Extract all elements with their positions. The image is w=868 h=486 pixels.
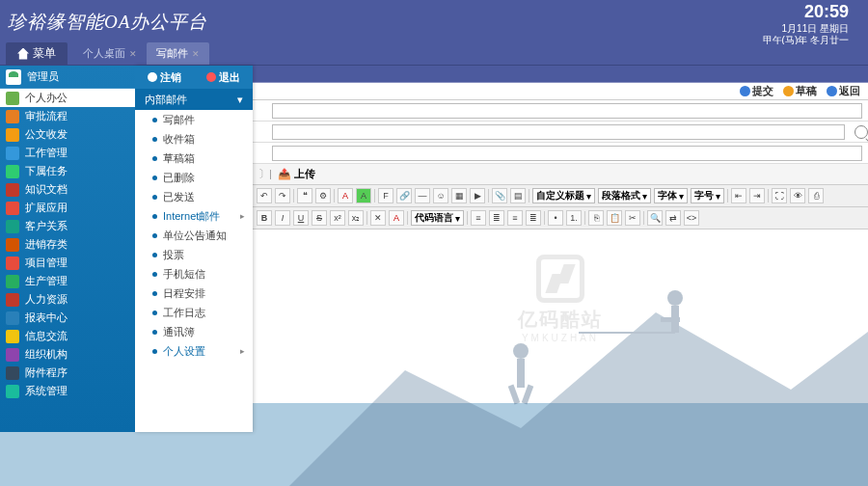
to-input[interactable] bbox=[272, 103, 862, 119]
upload-row: 〕| 📤 上传 bbox=[253, 164, 868, 185]
print-button[interactable]: ⎙ bbox=[808, 188, 824, 203]
bold-button[interactable]: B bbox=[257, 210, 272, 226]
subject-input[interactable] bbox=[272, 146, 862, 161]
back-button[interactable]: 返回 bbox=[827, 84, 860, 98]
logout-button[interactable]: 注销 bbox=[148, 70, 181, 85]
submenu-item-2[interactable]: 草稿箱 bbox=[135, 148, 253, 168]
sup-button[interactable]: x² bbox=[330, 210, 345, 226]
link-button[interactable]: 🔗 bbox=[396, 188, 412, 203]
sidebar-item-7[interactable]: 客户关系 bbox=[0, 217, 135, 235]
indent-button[interactable]: ⇤ bbox=[731, 188, 746, 203]
sidebar-item-16[interactable]: 系统管理 bbox=[0, 382, 135, 400]
replace-button[interactable]: ⇄ bbox=[665, 210, 681, 226]
highlight-button[interactable]: A bbox=[389, 210, 404, 226]
size-select[interactable]: 字号 ▾ bbox=[691, 188, 724, 203]
sidebar-item-14[interactable]: 组织机构 bbox=[0, 345, 135, 364]
submenu-header[interactable]: 内部邮件 ▾ bbox=[135, 89, 253, 110]
ul-button[interactable]: • bbox=[548, 210, 563, 226]
avatar-icon bbox=[6, 69, 21, 85]
close-icon[interactable]: ✕ bbox=[129, 49, 137, 59]
sidebar-item-4[interactable]: 下属任务 bbox=[0, 162, 135, 180]
cut-button[interactable]: ✂ bbox=[625, 210, 640, 226]
submenu-item-1[interactable]: 收件箱 bbox=[135, 129, 253, 148]
color-b-button[interactable]: A bbox=[356, 188, 371, 203]
cc-input[interactable] bbox=[272, 124, 845, 140]
attach-button[interactable]: 📎 bbox=[492, 188, 507, 203]
user-name: 管理员 bbox=[27, 69, 59, 84]
ol-button[interactable]: 1. bbox=[566, 210, 582, 226]
sub-button[interactable]: x₂ bbox=[348, 210, 364, 226]
align-left-button[interactable]: ≡ bbox=[471, 210, 486, 226]
sidebar-item-0[interactable]: 个人办公 bbox=[0, 89, 135, 107]
sidebar-item-1[interactable]: 审批流程 bbox=[0, 107, 135, 125]
submenu-item-0[interactable]: 写邮件 bbox=[135, 110, 253, 129]
paste-button[interactable]: 📋 bbox=[607, 210, 622, 226]
tab-个人桌面[interactable]: 个人桌面✕ bbox=[73, 42, 147, 65]
lang-select[interactable]: 代码语言 ▾ bbox=[411, 210, 464, 226]
sidebar-item-13[interactable]: 信息交流 bbox=[0, 327, 135, 345]
editor-body[interactable]: 亿码酷站 YMKUZHAN bbox=[253, 230, 868, 403]
source-button[interactable]: <> bbox=[684, 210, 699, 226]
hr-button[interactable]: — bbox=[415, 188, 430, 203]
color-a-button[interactable]: A bbox=[338, 188, 353, 203]
strike-button[interactable]: S bbox=[312, 210, 327, 226]
quote-button[interactable]: ❝ bbox=[297, 188, 312, 203]
align-center-button[interactable]: ≣ bbox=[489, 210, 504, 226]
align-right-button[interactable]: ≡ bbox=[507, 210, 523, 226]
close-icon[interactable]: ✕ bbox=[192, 49, 200, 59]
tab-写邮件[interactable]: 写邮件✕ bbox=[147, 42, 209, 65]
cc-row bbox=[253, 122, 868, 143]
font-button[interactable]: F bbox=[378, 188, 393, 203]
sidebar-item-6[interactable]: 扩展应用 bbox=[0, 199, 135, 217]
emoji-button[interactable]: ☺ bbox=[433, 188, 448, 203]
table-button[interactable]: ▤ bbox=[510, 188, 526, 203]
submenu-item-8[interactable]: 手机短信 bbox=[135, 264, 253, 284]
draft-button[interactable]: 草稿 bbox=[783, 84, 817, 98]
submenu-item-6[interactable]: 单位公告通知 bbox=[135, 226, 253, 245]
submenu-item-10[interactable]: 工作日志 bbox=[135, 303, 253, 322]
submenu-item-4[interactable]: 已发送 bbox=[135, 187, 253, 206]
video-button[interactable]: ▶ bbox=[470, 188, 485, 203]
font-select[interactable]: 字体 ▾ bbox=[654, 188, 688, 203]
upload-button[interactable]: 📤 上传 bbox=[278, 167, 315, 181]
bullet-icon bbox=[152, 291, 157, 296]
preview-button[interactable]: 👁 bbox=[790, 188, 805, 203]
redo-button[interactable]: ↷ bbox=[275, 188, 290, 203]
submenu-item-11[interactable]: 通讯簿 bbox=[135, 322, 253, 341]
sidebar-item-3[interactable]: 工作管理 bbox=[0, 144, 135, 162]
user-row[interactable]: 管理员 bbox=[0, 66, 135, 89]
main-menu-button[interactable]: 菜单 bbox=[6, 42, 68, 65]
submenu-item-3[interactable]: 已删除 bbox=[135, 168, 253, 187]
sidebar-item-12[interactable]: 报表中心 bbox=[0, 309, 135, 327]
custom-title-select[interactable]: 自定义标题 ▾ bbox=[532, 188, 595, 203]
para-format-select[interactable]: 段落格式 ▾ bbox=[598, 188, 651, 203]
fullscreen-button[interactable]: ⛶ bbox=[772, 188, 787, 203]
sidebar-item-10[interactable]: 生产管理 bbox=[0, 272, 135, 290]
nav-label: 客户关系 bbox=[25, 219, 68, 233]
submenu-item-5[interactable]: Internet邮件▸ bbox=[135, 206, 253, 226]
submenu-item-9[interactable]: 日程安排 bbox=[135, 284, 253, 303]
italic-button[interactable]: I bbox=[275, 210, 290, 226]
code-button[interactable]: ⚙ bbox=[315, 188, 331, 203]
justify-button[interactable]: ≣ bbox=[526, 210, 541, 226]
sidebar-item-2[interactable]: 公文收发 bbox=[0, 125, 135, 144]
image-button[interactable]: ▦ bbox=[451, 188, 467, 203]
clear-button[interactable]: ✕ bbox=[370, 210, 386, 226]
sidebar-item-9[interactable]: 项目管理 bbox=[0, 254, 135, 272]
search-icon[interactable] bbox=[854, 125, 868, 139]
sidebar-item-8[interactable]: 进销存类 bbox=[0, 235, 135, 254]
nav-label: 项目管理 bbox=[25, 256, 68, 270]
submit-button[interactable]: 提交 bbox=[740, 84, 773, 98]
copy-button[interactable]: ⎘ bbox=[588, 210, 604, 226]
submenu-item-7[interactable]: 投票 bbox=[135, 245, 253, 264]
nav-icon bbox=[6, 293, 19, 307]
exit-button[interactable]: 退出 bbox=[206, 70, 240, 85]
outdent-button[interactable]: ⇥ bbox=[749, 188, 765, 203]
sidebar-item-15[interactable]: 附件程序 bbox=[0, 364, 135, 382]
submenu-item-12[interactable]: 个人设置▸ bbox=[135, 341, 253, 361]
find-button[interactable]: 🔍 bbox=[647, 210, 663, 226]
sidebar-item-11[interactable]: 人力资源 bbox=[0, 290, 135, 309]
sidebar-item-5[interactable]: 知识文档 bbox=[0, 180, 135, 199]
undo-button[interactable]: ↶ bbox=[257, 188, 272, 203]
underline-button[interactable]: U bbox=[293, 210, 309, 226]
